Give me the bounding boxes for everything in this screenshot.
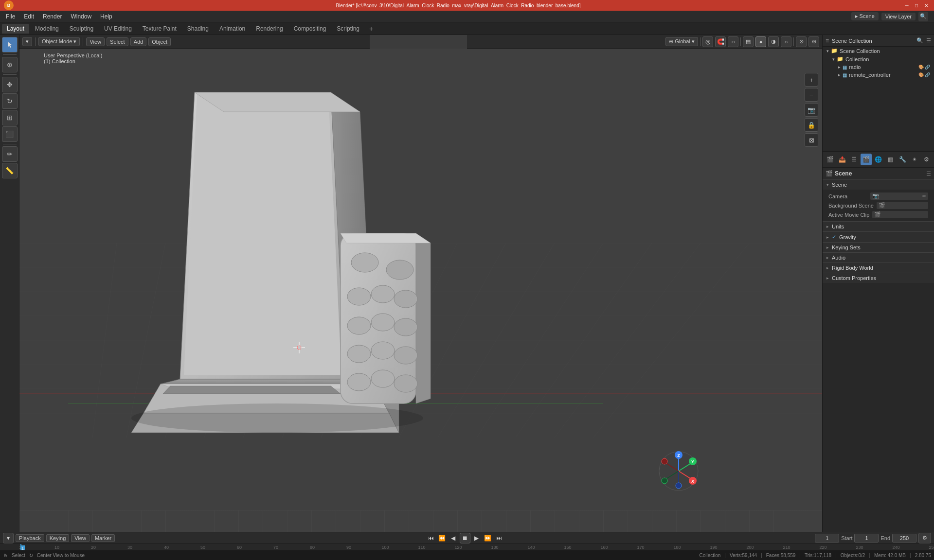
- tab-layout[interactable]: Layout: [2, 24, 29, 34]
- wireframe-button[interactable]: ▤: [743, 36, 754, 47]
- view-layer-props-icon[interactable]: ☰: [849, 154, 860, 165]
- bg-scene-prop-value[interactable]: 🎬: [877, 202, 928, 209]
- cursor-tool-button[interactable]: ⊕: [2, 57, 18, 72]
- play-button[interactable]: ▶: [472, 533, 482, 543]
- object-props-icon[interactable]: ▦: [885, 154, 896, 165]
- particles-props-icon[interactable]: ✴: [909, 154, 920, 165]
- maximize-button[interactable]: □: [913, 1, 920, 9]
- measure-tool-button[interactable]: 📏: [2, 163, 18, 178]
- physics-props-icon[interactable]: ⚙: [921, 154, 932, 165]
- outliner-scene-collection[interactable]: ▾ 📁 Scene Collection: [823, 47, 934, 55]
- menu-file[interactable]: File: [2, 12, 19, 21]
- tab-shading[interactable]: Shading: [182, 24, 214, 34]
- scene-selector[interactable]: ▸ Scene: [851, 12, 879, 20]
- tab-sculpting[interactable]: Sculpting: [65, 24, 98, 34]
- rotate-tool-button[interactable]: ↻: [2, 93, 18, 109]
- scene-section-header[interactable]: ▾ Scene: [823, 179, 934, 190]
- select-tool-button[interactable]: [2, 37, 18, 52]
- menu-render[interactable]: Render: [39, 12, 66, 21]
- remote-material-icon[interactable]: 🎨: [918, 72, 924, 77]
- camera-prop-value[interactable]: 📷 ✏: [870, 192, 928, 200]
- tab-modeling[interactable]: Modeling: [30, 24, 64, 34]
- view-all-button[interactable]: ⊠: [805, 133, 818, 147]
- pivot-button[interactable]: ◎: [702, 36, 713, 47]
- 3d-viewport[interactable]: User Perspective (Local) (1) Collection …: [19, 49, 822, 532]
- timeline-editor-type[interactable]: ▾: [3, 533, 14, 543]
- render-props-icon[interactable]: 🎬: [825, 154, 836, 165]
- menu-help[interactable]: Help: [96, 12, 116, 21]
- minimize-button[interactable]: ─: [903, 1, 911, 9]
- camera-view-button[interactable]: 📷: [805, 103, 818, 117]
- prev-keyframe-button[interactable]: ⏪: [437, 533, 447, 543]
- scene-props-icon[interactable]: 🎬: [861, 154, 872, 165]
- zoom-out-button[interactable]: −: [805, 88, 818, 102]
- radio-constraint-icon[interactable]: 🔗: [925, 65, 930, 70]
- camera-edit-icon[interactable]: ✏: [922, 193, 926, 199]
- outliner-radio[interactable]: ▸ ▦ radio 🎨 🔗: [834, 63, 934, 71]
- radio-material-icon[interactable]: 🎨: [918, 65, 924, 70]
- editor-type-button[interactable]: ▾: [22, 37, 32, 46]
- keying-sets-section-header[interactable]: ▸ Keying Sets: [823, 242, 934, 252]
- timeline-view-button[interactable]: View: [71, 534, 90, 542]
- tab-uv-editing[interactable]: UV Editing: [99, 24, 137, 34]
- outliner-filter-button[interactable]: 🔍: [916, 37, 923, 44]
- solid-shading-button[interactable]: ●: [755, 36, 766, 47]
- outliner-remote-controller[interactable]: ▸ ▦ remote_controller 🎨 🔗: [834, 71, 934, 79]
- keying-button[interactable]: Keying: [46, 534, 70, 542]
- world-props-icon[interactable]: 🌐: [873, 154, 884, 165]
- mode-selector[interactable]: Object Mode ▾: [38, 37, 80, 46]
- global-space-selector[interactable]: ⊕ Global ▾: [665, 37, 698, 46]
- timeline-options-button[interactable]: ⚙: [918, 533, 931, 543]
- current-frame-input[interactable]: [815, 534, 839, 542]
- show-gizmos-button[interactable]: ⊛: [808, 36, 819, 47]
- jump-end-button[interactable]: ⏭: [494, 533, 504, 543]
- output-props-icon[interactable]: 📤: [837, 154, 848, 165]
- tab-compositing[interactable]: Compositing: [289, 24, 331, 34]
- view-layer-selector[interactable]: View Layer: [881, 13, 916, 20]
- play-reverse-button[interactable]: ◀: [449, 533, 458, 543]
- navigation-gizmo[interactable]: Z Y X: [657, 449, 700, 493]
- tab-texture-paint[interactable]: Texture Paint: [138, 24, 181, 34]
- menu-window[interactable]: Window: [67, 12, 95, 21]
- rigid-body-world-section-header[interactable]: ▸ Rigid Body World: [823, 262, 934, 273]
- show-overlays-button[interactable]: ⊙: [796, 36, 807, 47]
- marker-button[interactable]: Marker: [91, 534, 115, 542]
- props-settings-button[interactable]: ☰: [926, 171, 931, 177]
- add-workspace-button[interactable]: +: [365, 23, 377, 34]
- add-menu[interactable]: Add: [130, 37, 147, 46]
- active-clip-prop-value[interactable]: 🎬: [872, 211, 928, 218]
- tab-animation[interactable]: Animation: [215, 24, 250, 34]
- tab-scripting[interactable]: Scripting: [332, 24, 364, 34]
- scale-tool-button[interactable]: ⊞: [2, 110, 18, 125]
- start-frame-input[interactable]: [854, 534, 879, 542]
- end-frame-input[interactable]: [892, 534, 916, 542]
- gravity-checkbox[interactable]: ✓: [832, 234, 836, 240]
- audio-section-header[interactable]: ▸ Audio: [823, 252, 934, 262]
- modifier-props-icon[interactable]: 🔧: [897, 154, 908, 165]
- units-section-header[interactable]: ▸ Units: [823, 221, 934, 231]
- lookdev-button[interactable]: ◑: [768, 36, 779, 47]
- outliner-collection[interactable]: ▾ 📁 Collection: [828, 55, 934, 63]
- tab-rendering[interactable]: Rendering: [251, 24, 287, 34]
- search-button[interactable]: 🔍: [918, 12, 928, 21]
- menu-edit[interactable]: Edit: [20, 12, 38, 21]
- snap-button[interactable]: 🧲: [715, 36, 726, 47]
- lock-view-button[interactable]: 🔒: [805, 118, 818, 132]
- select-menu[interactable]: Select: [107, 37, 128, 46]
- outliner-settings-button[interactable]: ☰: [926, 37, 931, 44]
- annotate-tool-button[interactable]: ✏: [2, 146, 18, 162]
- custom-props-section-header[interactable]: ▸ Custom Properties: [823, 273, 934, 283]
- object-menu[interactable]: Object: [148, 37, 171, 46]
- jump-start-button[interactable]: ⏮: [426, 533, 436, 543]
- render-button[interactable]: ○: [781, 36, 791, 47]
- playback-button[interactable]: Playback: [16, 534, 44, 542]
- zoom-in-button[interactable]: +: [805, 73, 818, 87]
- next-keyframe-button[interactable]: ⏩: [483, 533, 493, 543]
- move-tool-button[interactable]: ✥: [2, 77, 18, 92]
- gravity-section-header[interactable]: ▸ ✓ Gravity: [823, 231, 934, 242]
- close-button[interactable]: ✕: [922, 1, 930, 9]
- proportional-button[interactable]: ○: [728, 36, 738, 47]
- remote-constraint-icon[interactable]: 🔗: [925, 72, 930, 77]
- stop-button[interactable]: ⏹: [460, 533, 470, 543]
- transform-tool-button[interactable]: ⬛: [2, 126, 18, 142]
